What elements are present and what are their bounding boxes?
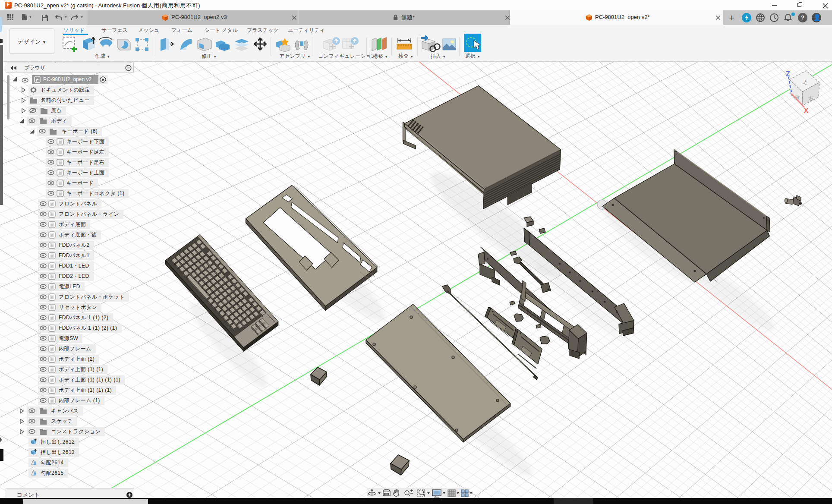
- svg-text:X: X: [804, 107, 809, 114]
- svg-text:Z: Z: [786, 70, 790, 78]
